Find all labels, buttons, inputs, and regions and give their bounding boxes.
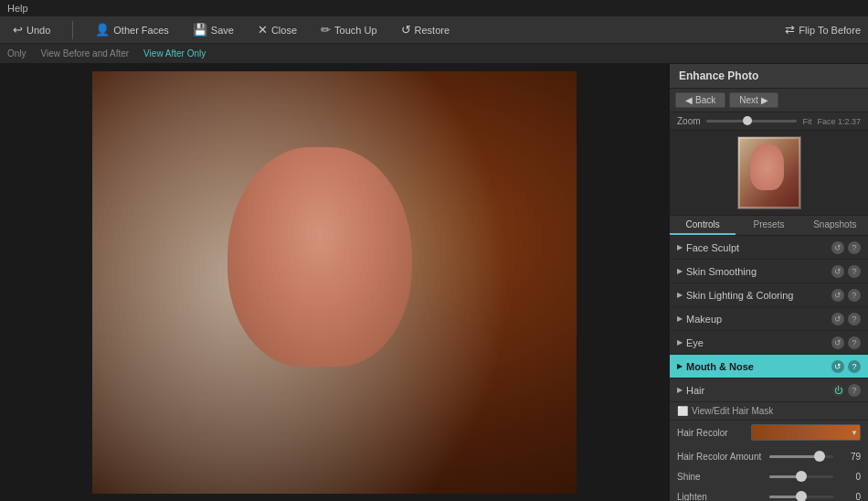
mouth-nose-help-icon[interactable]: ? [848,360,861,373]
mouth-nose-reset-icon[interactable]: ↺ [831,360,844,373]
mouth-nose-item[interactable]: ▶ Mouth & Nose ↺ ? [670,355,868,378]
hair-recolor-swatch[interactable]: ▼ [751,424,861,441]
skin-lighting-label: Skin Lighting & Coloring [686,290,831,301]
touch-up-button[interactable]: ✏ Touch Up [315,21,382,38]
eye-item[interactable]: ▶ Eye ↺ ? [670,331,868,355]
face-sculpt-item[interactable]: ▶ Face Sculpt ↺ ? [670,236,868,260]
back-arrow-icon: ◀ [685,95,693,105]
zoom-fit-label[interactable]: Fit [802,117,811,126]
lighten-slider[interactable] [769,496,833,498]
preview-area [670,131,868,216]
view-only-option[interactable]: Only [7,48,26,59]
hair-header[interactable]: ▶ Hair ⏻ ? [670,378,868,402]
shine-value: 0 [839,472,861,482]
makeup-item[interactable]: ▶ Makeup ↺ ? [670,307,868,331]
hair-label: Hair [686,385,831,396]
restore-button[interactable]: ↺ Restore [396,21,456,38]
save-button[interactable]: 💾 Save [187,21,239,38]
undo-icon: ↩ [13,23,23,37]
hair-sliders: Hair Recolor Amount 79 Shine [670,444,868,501]
controls-list: ▶ Face Sculpt ↺ ? ▶ Skin Smoothing ↺ ? ▶ [670,236,868,501]
portrait-image [92,71,577,494]
lighten-row: Lighten 0 [670,486,868,501]
face-sculpt-reset-icon[interactable]: ↺ [831,241,844,254]
hair-recolor-label: Hair Recolor [677,428,746,438]
next-arrow-icon: ▶ [761,95,768,105]
mask-icon: ⬜ [677,406,688,416]
face-sculpt-help-icon[interactable]: ? [848,241,861,254]
face-sculpt-icons: ↺ ? [831,241,861,254]
arrow-icon: ▶ [677,338,683,346]
hair-recolor-amount-value: 79 [839,452,861,462]
eye-icons: ↺ ? [831,336,861,349]
shine-slider[interactable] [769,475,833,478]
makeup-help-icon[interactable]: ? [848,313,861,325]
zoom-label: Zoom [677,116,701,126]
skin-smoothing-label: Skin Smoothing [686,266,831,277]
view-edit-hair-mask-button[interactable]: ⬜ View/Edit Hair Mask [670,402,868,421]
close-button[interactable]: ✕ Close [252,21,302,38]
hair-recolor-amount-label: Hair Recolor Amount [677,452,764,462]
tab-snapshots[interactable]: Snapshots [802,216,868,235]
skin-lighting-item[interactable]: ▶ Skin Lighting & Coloring ↺ ? [670,283,868,307]
hair-help-icon[interactable]: ? [848,384,861,397]
back-button[interactable]: ◀ Back [675,92,725,108]
arrow-icon: ▶ [677,386,683,394]
mouth-nose-label: Mouth & Nose [686,361,831,372]
right-panel: Enhance Photo ◀ Back Next ▶ Zoom Fit Fac… [669,64,868,501]
arrow-icon: ▶ [677,362,683,370]
hair-section: ▶ Hair ⏻ ? ⬜ View/Edit Hair Mask Hair Re… [670,378,868,501]
dropdown-arrow-icon: ▼ [851,429,858,437]
eye-reset-icon[interactable]: ↺ [831,336,844,349]
arrow-icon: ▶ [677,267,683,275]
view-before-after-option[interactable]: View Before and After [41,48,130,59]
undo-button[interactable]: ↩ Undo [7,21,56,38]
hair-power-icon[interactable]: ⏻ [831,384,844,397]
main-content: Enhance Photo ◀ Back Next ▶ Zoom Fit Fac… [0,64,868,501]
hair-recolor-amount-slider[interactable] [769,455,833,458]
tab-controls[interactable]: Controls [670,216,736,235]
tab-presets[interactable]: Presets [736,216,801,235]
menu-bar: Help [0,0,868,16]
zoom-row: Zoom Fit Face 1:2.37 [670,112,868,131]
face-skin [228,147,411,367]
flip-button[interactable]: ⇄ Flip To Before [785,23,861,37]
skin-lighting-reset-icon[interactable]: ↺ [831,289,844,302]
next-button[interactable]: Next ▶ [729,92,778,108]
skin-smoothing-help-icon[interactable]: ? [848,265,861,278]
skin-smoothing-reset-icon[interactable]: ↺ [831,265,844,278]
shine-thumb[interactable] [796,471,807,482]
separator [72,21,73,39]
skin-smoothing-icons: ↺ ? [831,265,861,278]
hair-recolor-amount-row: Hair Recolor Amount 79 [670,446,868,466]
nav-row: ◀ Back Next ▶ [670,89,868,112]
tabs-row: Controls Presets Snapshots [670,216,868,236]
eye-help-icon[interactable]: ? [848,336,861,349]
restore-icon: ↺ [401,23,411,37]
mouth-nose-icons: ↺ ? [831,360,861,373]
enhance-photo-title: Enhance Photo [670,64,868,89]
skin-lighting-help-icon[interactable]: ? [848,289,861,302]
zoom-thumb[interactable] [743,116,752,125]
thumb-border [738,137,800,208]
lighten-label: Lighten [677,492,764,502]
eye-label: Eye [686,337,831,348]
other-faces-button[interactable]: 👤 Other Faces [90,21,175,38]
lighten-value: 0 [839,492,861,502]
image-area[interactable] [0,64,669,501]
skin-smoothing-item[interactable]: ▶ Skin Smoothing ↺ ? [670,260,868,283]
view-after-only-option[interactable]: View After Only [143,48,206,59]
makeup-icons: ↺ ? [831,313,861,325]
makeup-reset-icon[interactable]: ↺ [831,313,844,325]
help-menu[interactable]: Help [7,3,28,14]
arrow-icon: ▶ [677,314,683,323]
flip-icon: ⇄ [785,23,795,37]
save-icon: 💾 [193,23,207,37]
arrow-icon: ▶ [677,291,683,299]
arrow-icon: ▶ [677,243,683,251]
lighten-thumb[interactable] [796,491,807,502]
hair-recolor-amount-thumb[interactable] [814,451,825,462]
zoom-slider[interactable] [706,120,798,123]
shine-row: Shine 0 [670,466,868,486]
zoom-face-label: Face 1:2.37 [817,117,861,126]
